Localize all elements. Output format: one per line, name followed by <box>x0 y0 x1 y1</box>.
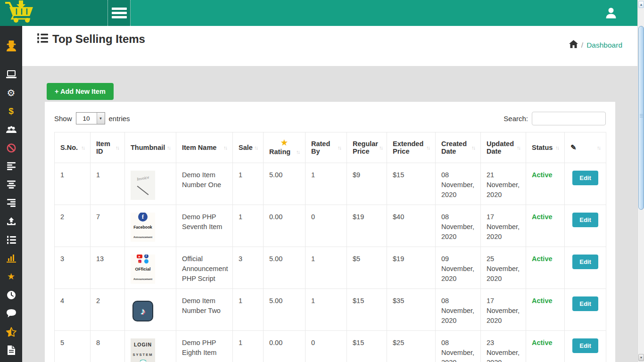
sort-arrows-icon[interactable]: ↑↓ <box>338 145 341 150</box>
column-header-created_date[interactable]: Created Date↑↓ <box>436 132 481 163</box>
sort-arrows-icon[interactable]: ↑↓ <box>296 149 299 155</box>
sort-arrows-icon[interactable]: ↑↓ <box>254 145 257 150</box>
comment-icon <box>7 309 16 318</box>
cell-sale: 1 <box>233 205 264 247</box>
sort-arrows-icon[interactable]: ↑↓ <box>116 145 119 150</box>
sidebar-item-upload[interactable] <box>0 212 22 230</box>
column-header-thumbnail[interactable]: Thumbnail↑↓ <box>125 132 176 163</box>
edit-button[interactable]: Edit <box>572 255 598 269</box>
sidebar-item-gear[interactable]: ⚙ <box>0 83 22 102</box>
cell-rating: 0.00 <box>264 331 305 362</box>
sidebar-item-comment[interactable] <box>0 304 22 322</box>
cell-rating: 0.00 <box>264 205 305 247</box>
sort-arrows-icon[interactable]: ↑↓ <box>597 145 600 150</box>
sort-arrows-icon[interactable]: ↑↓ <box>223 145 227 150</box>
column-header-status[interactable]: Status↑↓ <box>526 132 565 163</box>
sidebar-item-chart-bar[interactable] <box>0 249 22 267</box>
sidebar-item-star-half[interactable] <box>0 322 22 341</box>
sidebar-item-align-center[interactable] <box>0 175 22 194</box>
cell-item_id: 13 <box>91 247 125 289</box>
sidebar-item-spy[interactable] <box>0 26 22 65</box>
cell-rated_by: 1 <box>305 247 347 289</box>
cell-thumbnail: ♪ <box>125 289 176 331</box>
align-right-icon <box>7 199 16 207</box>
facebook-icon: f <box>144 255 149 258</box>
column-header-item_id[interactable]: Item ID↑↓ <box>91 132 125 163</box>
sort-arrows-icon[interactable]: ↑↓ <box>81 145 84 150</box>
scrollbar-thumb[interactable] <box>638 26 644 210</box>
sidebar-item-list-ol[interactable] <box>0 230 22 249</box>
search-input[interactable] <box>532 112 606 125</box>
clock-icon <box>7 290 16 300</box>
list-ol-icon <box>7 236 16 244</box>
sort-arrows-icon[interactable]: ↑↓ <box>426 145 429 150</box>
sidebar-item-clock[interactable] <box>0 286 22 304</box>
page-title: Top Selling Items <box>52 33 145 46</box>
table-card: Show 10 ▼ entries Search: S.No.↑↓Item ID… <box>45 102 615 362</box>
cell-rating: 5.00 <box>264 289 305 331</box>
sort-arrows-icon[interactable]: ↑↓ <box>471 145 475 150</box>
table-row: 42♪Demo Item Number Two15.001$15$3508 No… <box>55 289 606 331</box>
twitter-icon <box>144 259 149 263</box>
sidebar-item-align-left[interactable] <box>0 157 22 175</box>
sidebar-item-dollar[interactable]: $ <box>0 102 22 120</box>
column-header-updated_date[interactable]: Updated Date↑↓ <box>481 132 526 163</box>
edit-button[interactable]: Edit <box>572 171 598 185</box>
edit-button[interactable]: Edit <box>572 338 598 353</box>
cell-sno: 1 <box>55 163 91 205</box>
column-header-sale[interactable]: Sale↑↓ <box>233 132 264 163</box>
column-label: Sale <box>239 144 253 151</box>
page-length-value: 10 <box>76 115 97 122</box>
edit-button[interactable]: Edit <box>572 213 598 227</box>
sidebar-item-users[interactable] <box>0 120 22 139</box>
cell-sale: 1 <box>233 289 264 331</box>
cell-rating: 5.00 <box>264 163 305 205</box>
page-length-select[interactable]: 10 ▼ <box>76 112 105 124</box>
user-account-button[interactable] <box>604 6 618 19</box>
cart-icon <box>4 0 36 26</box>
cell-status: Active <box>526 289 565 331</box>
breadcrumb-dashboard-link[interactable]: Dashboard <box>586 41 622 49</box>
add-new-item-button[interactable]: + Add New Item <box>47 83 114 100</box>
column-header-rating[interactable]: ★Rating↑↓ <box>264 132 305 163</box>
item-thumbnail-facebook: fFacebookAnnouncement <box>131 213 155 242</box>
sidebar-item-star[interactable]: ★ <box>0 267 22 286</box>
scroll-down-button[interactable]: ▼ <box>638 354 644 361</box>
sort-arrows-icon[interactable]: ↑↓ <box>167 145 170 150</box>
cell-item_name: Demo Item Number One <box>176 163 233 205</box>
users-icon <box>6 126 17 133</box>
column-header-rated_by[interactable]: Rated By↑↓ <box>305 132 347 163</box>
column-label: Item Name <box>182 144 216 151</box>
chevron-down-icon[interactable]: ▼ <box>97 113 105 124</box>
hamburger-menu-button[interactable] <box>107 0 131 26</box>
cell-sale: 3 <box>233 247 264 289</box>
show-label: Show <box>54 115 72 123</box>
sidebar-item-laptop[interactable] <box>0 65 22 83</box>
sort-arrows-icon[interactable]: ↑↓ <box>379 145 382 150</box>
cell-sale: 1 <box>233 163 264 205</box>
column-header-edit[interactable]: ✎↑↓ <box>565 132 606 163</box>
cell-status: Active <box>526 205 565 247</box>
column-header-regular_price[interactable]: Regular Price↑↓ <box>347 132 387 163</box>
edit-button[interactable]: Edit <box>572 296 598 311</box>
sidebar-item-ban[interactable] <box>0 139 22 157</box>
entries-label: entries <box>109 115 130 123</box>
column-header-extended_price[interactable]: Extended Price↑↓ <box>387 132 436 163</box>
table-row: 11InvoiceDemo Item Number One15.001$9$15… <box>55 163 606 205</box>
align-center-icon <box>7 181 16 189</box>
column-header-sno[interactable]: S.No.↑↓ <box>55 132 91 163</box>
cell-created_date: 08 November, 2020 <box>436 331 481 362</box>
sort-arrows-icon[interactable]: ↑↓ <box>517 145 520 150</box>
vertical-scrollbar[interactable]: ▲ ▼ <box>637 0 644 362</box>
brand-logo[interactable] <box>0 0 107 26</box>
cell-created_date: 08 November, 2020 <box>436 163 481 205</box>
home-icon[interactable] <box>569 40 578 50</box>
scroll-up-button[interactable]: ▲ <box>638 1 644 8</box>
sidebar-item-file[interactable] <box>0 341 22 359</box>
column-label: Rating <box>269 148 290 156</box>
sort-arrows-icon[interactable]: ↑↓ <box>555 145 559 150</box>
sidebar-item-align-right[interactable] <box>0 194 22 212</box>
column-label: S.No. <box>60 144 78 151</box>
column-header-item_name[interactable]: Item Name↑↓ <box>176 132 233 163</box>
scrollbar-grip <box>640 114 643 118</box>
